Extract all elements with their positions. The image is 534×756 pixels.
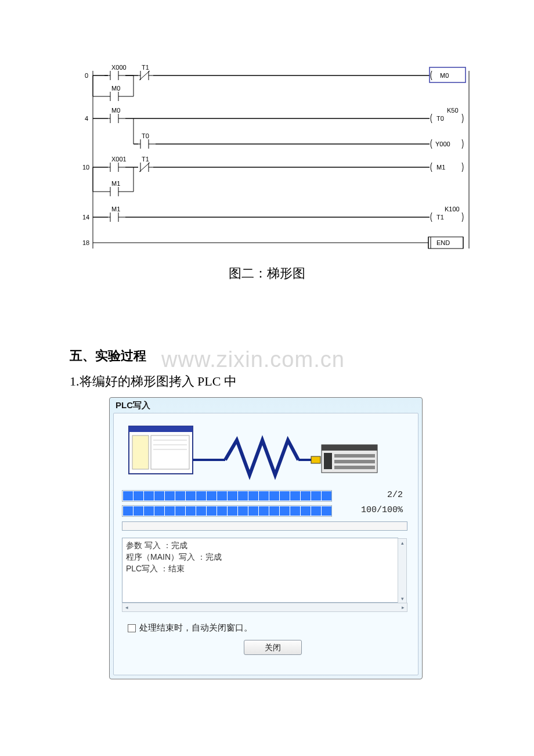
svg-text:T0: T0 [436,115,444,122]
svg-text:M0: M0 [440,72,449,79]
svg-text:END: END [436,239,450,246]
log-content: 参数 写入 ：完成 程序（MAIN）写入 ：完成 PLC写入 ：结束 [122,538,398,575]
section-heading: 五、实验过程 [70,347,146,365]
svg-rect-102 [311,456,320,463]
svg-text:K100: K100 [445,206,460,213]
figure-caption: 图二：梯形图 [0,265,534,282]
close-button[interactable]: 关闭 [244,640,302,655]
transfer-illustration [127,423,396,481]
status-bar-empty [122,521,407,531]
dialog-title: PLC写入 [116,400,150,411]
log-textarea[interactable]: 参数 写入 ：完成 程序（MAIN）写入 ：完成 PLC写入 ：结束 ▴ ▾ [122,538,398,603]
auto-close-checkbox[interactable] [128,624,136,632]
svg-rect-104 [322,445,377,451]
svg-rect-106 [334,454,375,458]
progress-bar-files [122,490,332,502]
horizontal-scrollbar[interactable]: ◂ ▸ [122,603,407,612]
ladder-svg: 0 X000 T1 M0 M0 4 M0 K50 T0 [75,63,470,253]
auto-close-checkbox-row[interactable]: 处理结束时，自动关闭窗口。 [128,622,252,633]
svg-text:T1: T1 [436,214,444,221]
svg-rect-95 [132,435,149,469]
svg-text:T1: T1 [142,156,149,163]
svg-text:T1: T1 [142,64,149,71]
progress-files-label: 2/2 [387,490,403,500]
ladder-diagram: 0 X000 T1 M0 M0 4 M0 K50 T0 [75,63,470,253]
progress-bar-percent [122,505,332,517]
vertical-scrollbar[interactable]: ▴ ▾ [398,538,407,603]
svg-rect-108 [334,466,375,469]
svg-text:K50: K50 [447,107,459,114]
svg-text:Y000: Y000 [435,141,450,147]
svg-rect-94 [129,426,193,432]
svg-text:14: 14 [82,214,89,221]
scroll-up-icon[interactable]: ▴ [398,539,406,547]
svg-text:M0: M0 [111,85,120,92]
watermark-text: www.zixin.com.cn [161,347,345,372]
svg-rect-105 [324,453,332,469]
svg-text:X001: X001 [111,156,127,163]
progress-percent-label: 100/100% [361,505,403,515]
svg-text:10: 10 [82,164,89,171]
svg-text:18: 18 [82,239,89,246]
svg-rect-107 [334,460,375,463]
svg-text:X000: X000 [111,64,127,71]
svg-text:4: 4 [85,115,88,122]
svg-text:M1: M1 [436,164,445,171]
step-1-text: 1.将编好的梯形图拷入 PLC 中 [70,373,237,390]
svg-rect-96 [151,435,189,469]
scroll-down-icon[interactable]: ▾ [398,595,406,603]
svg-text:T0: T0 [142,132,149,139]
plc-write-dialog: PLC写入 2/2 [109,397,423,679]
scroll-right-icon[interactable]: ▸ [399,603,407,611]
dialog-body: 2/2 100/100% 参数 写入 ：完成 程序（MAIN）写入 ：完成 PL… [113,413,418,675]
scroll-left-icon[interactable]: ◂ [122,603,131,611]
auto-close-label: 处理结束时，自动关闭窗口。 [139,622,252,633]
svg-text:M0: M0 [111,107,120,114]
svg-text:0: 0 [85,72,88,79]
svg-text:M1: M1 [111,180,120,187]
svg-text:M1: M1 [111,206,120,213]
